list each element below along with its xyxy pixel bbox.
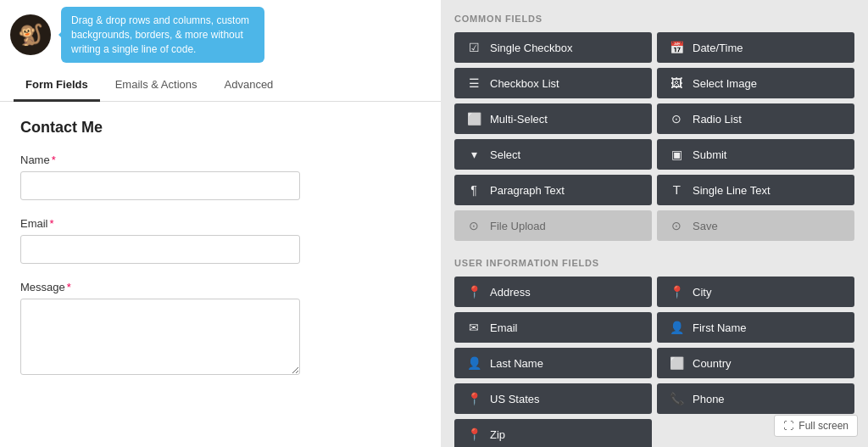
country-button[interactable]: ⬜ Country	[657, 348, 854, 378]
multi-select-icon: ⬜	[466, 112, 481, 126]
single-line-text-button[interactable]: 𝖳 Single Line Text	[657, 175, 854, 205]
logo-icon: 🐒	[10, 14, 51, 55]
select-image-button[interactable]: 🖼 Select Image	[657, 68, 854, 98]
city-icon: 📍	[669, 285, 684, 299]
common-fields-title: COMMON FIELDS	[454, 14, 854, 24]
submit-button[interactable]: ▣ Submit	[657, 139, 854, 170]
name-input[interactable]	[20, 171, 300, 200]
radio-icon: ⊙	[669, 112, 684, 126]
tab-advanced[interactable]: Advanced	[213, 70, 286, 102]
fullscreen-button[interactable]: ⛶ Full screen	[774, 415, 858, 437]
tabs-bar: Form Fields Emails & Actions Advanced	[0, 70, 441, 102]
list-icon: ☰	[466, 76, 481, 90]
save-icon: ⊙	[669, 219, 684, 232]
address-icon: 📍	[466, 285, 481, 299]
text-icon: 𝖳	[669, 183, 684, 197]
zip-icon: 📍	[466, 427, 481, 441]
person-icon: 👤	[669, 321, 684, 334]
name-label: Name*	[20, 154, 420, 166]
tab-emails-actions[interactable]: Emails & Actions	[103, 70, 209, 102]
user-fields-title: USER INFORMATION FIELDS	[454, 258, 854, 268]
checkbox-icon: ☑	[466, 41, 481, 54]
us-states-icon: 📍	[466, 392, 481, 405]
tooltip-text: Drag & drop rows and columns, custom bac…	[71, 14, 249, 55]
name-field-group: Name*	[20, 154, 420, 200]
multi-select-button[interactable]: ⬜ Multi-Select	[454, 103, 652, 134]
city-button[interactable]: 📍 City	[657, 277, 854, 307]
last-name-button[interactable]: 👤 Last Name	[454, 348, 652, 378]
right-panel: COMMON FIELDS ☑ Single Checkbox 📅 Date/T…	[441, 0, 868, 447]
paragraph-icon: ¶	[466, 183, 481, 197]
save-button[interactable]: ⊙ Save	[657, 210, 854, 241]
common-fields-grid: ☑ Single Checkbox 📅 Date/Time ☰ Checkbox…	[454, 32, 854, 241]
select-button[interactable]: ▾ Select	[454, 139, 652, 170]
country-icon: ⬜	[669, 356, 684, 370]
select-icon: ▾	[466, 148, 481, 161]
us-states-button[interactable]: 📍 US States	[454, 383, 652, 414]
checkbox-list-button[interactable]: ☰ Checkbox List	[454, 68, 652, 98]
message-input[interactable]	[20, 299, 300, 375]
zip-button[interactable]: 📍 Zip	[454, 419, 652, 447]
last-name-icon: 👤	[466, 356, 481, 370]
radio-list-button[interactable]: ⊙ Radio List	[657, 103, 854, 134]
top-bar: 🐒 Drag & drop rows and columns, custom b…	[0, 0, 441, 70]
email-label: Email*	[20, 217, 420, 230]
first-name-button[interactable]: 👤 First Name	[657, 312, 854, 343]
form-title: Contact Me	[20, 119, 420, 137]
paragraph-text-button[interactable]: ¶ Paragraph Text	[454, 175, 652, 205]
form-content: Contact Me Name* Email* Message*	[0, 102, 441, 447]
file-upload-button[interactable]: ⊙ File Upload	[454, 210, 652, 241]
email-icon: ✉	[466, 321, 481, 334]
message-field-group: Message*	[20, 281, 420, 377]
email-input[interactable]	[20, 235, 300, 264]
email-button[interactable]: ✉ Email	[454, 312, 652, 343]
date-time-button[interactable]: 📅 Date/Time	[657, 32, 854, 63]
fullscreen-icon: ⛶	[783, 420, 793, 432]
calendar-icon: 📅	[669, 41, 684, 54]
left-panel: 🐒 Drag & drop rows and columns, custom b…	[0, 0, 441, 447]
phone-icon: 📞	[669, 392, 684, 405]
address-button[interactable]: 📍 Address	[454, 277, 652, 307]
email-field-group: Email*	[20, 217, 420, 264]
message-label: Message*	[20, 281, 420, 293]
image-icon: 🖼	[669, 76, 684, 90]
logo-area: 🐒	[10, 14, 51, 55]
single-checkbox-button[interactable]: ☑ Single Checkbox	[454, 32, 652, 63]
tab-form-fields[interactable]: Form Fields	[14, 70, 100, 102]
tooltip-bubble: Drag & drop rows and columns, custom bac…	[61, 7, 264, 63]
phone-button[interactable]: 📞 Phone	[657, 383, 854, 414]
submit-icon: ▣	[669, 148, 684, 161]
file-upload-icon: ⊙	[466, 219, 481, 232]
